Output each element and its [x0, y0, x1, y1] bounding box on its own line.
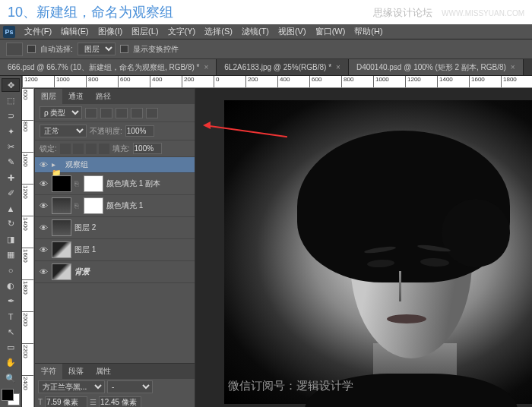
fill-input[interactable] [133, 143, 162, 154]
visibility-icon[interactable]: 👁 [38, 223, 49, 232]
filter-pixel-icon[interactable] [85, 108, 97, 118]
close-icon[interactable]: × [511, 63, 515, 71]
lock-all-icon[interactable] [99, 144, 109, 154]
main-workspace: ✥ ⬚ ⊃ ✦ ✂ ✎ ✚ ✐ ▲ ↻ ◨ ▦ ○ ◐ ✒ T ↖ ▭ ✋ 🔍 … [0, 76, 532, 407]
visibility-icon[interactable]: 👁 [38, 245, 49, 254]
fill-label: 填充: [112, 144, 130, 154]
horizontal-ruler: 1200100080060040020002004006008001000120… [22, 76, 532, 88]
paths-tab[interactable]: 路径 [90, 89, 117, 104]
tutorial-title-bar: 10、新建组，命名为观察组 思缘设计论坛 WWW.MISSYUAN.COM [0, 0, 532, 24]
fg-color-swatch[interactable] [2, 389, 14, 401]
type-tool[interactable]: T [2, 310, 20, 323]
marquee-tool[interactable]: ⬚ [2, 93, 20, 107]
filter-smart-icon[interactable] [146, 108, 158, 118]
menu-filter[interactable]: 滤镜(T) [237, 24, 274, 39]
menu-edit[interactable]: 编辑(E) [56, 24, 93, 39]
layers-panel: 图层 通道 路径 ρ 类型 正常 不透明度: [34, 88, 195, 393]
font-style-select[interactable]: - [107, 380, 153, 393]
move-tool-preset-icon[interactable] [6, 43, 23, 56]
vertical-ruler: 60080010001200140016001800200022002400 [22, 88, 34, 407]
menu-type[interactable]: 文字(Y) [163, 24, 201, 39]
properties-tab[interactable]: 属性 [90, 364, 117, 379]
link-icon: ⎘ [74, 202, 81, 210]
lock-position-icon[interactable] [86, 144, 97, 154]
wand-tool[interactable]: ✦ [2, 125, 20, 138]
layer-filter-type[interactable]: ρ 类型 [40, 106, 82, 119]
layer-1[interactable]: 👁 图层 1 [35, 239, 195, 261]
layer-colorfill-copy[interactable]: 👁 ⎘ 颜色填充 1 副本 [35, 173, 195, 195]
dodge-tool[interactable]: ◐ [2, 279, 20, 292]
layer-thumb [52, 175, 71, 192]
opacity-input[interactable] [125, 125, 154, 137]
lock-transparency-icon[interactable] [60, 144, 71, 154]
menu-help[interactable]: 帮助(H) [350, 24, 387, 39]
filter-type-icon[interactable] [116, 108, 128, 118]
layer-group-observe[interactable]: 👁 ▸📁 观察组 [35, 157, 195, 173]
auto-select-checkbox[interactable] [27, 45, 36, 53]
options-bar: 自动选择: 图层 显示变换控件 [0, 39, 532, 59]
path-tool[interactable]: ↖ [2, 325, 20, 339]
show-transform-label: 显示变换控件 [133, 44, 179, 55]
leading-icon: ☰ [90, 398, 97, 406]
hand-tool[interactable]: ✋ [2, 356, 20, 370]
pen-tool[interactable]: ✒ [2, 294, 20, 308]
menu-file[interactable]: 文件(F) [20, 24, 56, 39]
brush-tool[interactable]: ✐ [2, 186, 20, 200]
move-tool[interactable]: ✥ [2, 78, 20, 92]
layers-tab[interactable]: 图层 [35, 89, 62, 104]
layer-list: 👁 ▸📁 观察组 👁 ⎘ 颜色填充 1 副本 👁 [35, 157, 195, 283]
folder-icon: ▸📁 [52, 160, 62, 169]
doc-tab-3[interactable]: D400140.psd @ 100% (矩形 2 副本, RGB/8)× [349, 59, 524, 75]
canvas[interactable]: 图层 通道 路径 ρ 类型 正常 不透明度: [34, 88, 532, 407]
visibility-icon[interactable]: 👁 [38, 179, 49, 188]
auto-select-target[interactable]: 图层 [78, 43, 116, 55]
channels-tab[interactable]: 通道 [62, 89, 90, 104]
filter-shape-icon[interactable] [131, 108, 143, 118]
menu-window[interactable]: 窗口(W) [311, 24, 350, 39]
lock-pixels-icon[interactable] [73, 144, 84, 154]
auto-select-label: 自动选择: [40, 44, 73, 55]
layer-thumb [52, 241, 71, 258]
annotation-arrow [204, 125, 288, 126]
layer-2[interactable]: 👁 图层 2 [35, 217, 195, 239]
menu-select[interactable]: 选择(S) [200, 24, 237, 39]
visibility-icon[interactable]: 👁 [38, 160, 49, 169]
visibility-icon[interactable]: 👁 [38, 201, 49, 210]
doc-tab-1[interactable]: 666.psd @ 66.7% (10、新建组，命名为观察组, RGB/8) *… [0, 59, 217, 75]
menu-view[interactable]: 视图(V) [274, 24, 311, 39]
link-icon: ⎘ [74, 180, 81, 188]
history-brush-tool[interactable]: ↻ [2, 217, 20, 231]
layer-colorfill-1[interactable]: 👁 ⎘ 颜色填充 1 [35, 195, 195, 217]
font-family-select[interactable]: 方正兰亭黑... [38, 380, 105, 393]
lock-label: 锁定: [40, 144, 57, 154]
crop-tool[interactable]: ✂ [2, 140, 20, 153]
blend-mode-select[interactable]: 正常 [40, 125, 87, 137]
healing-tool[interactable]: ✚ [2, 171, 20, 185]
stamp-tool[interactable]: ▲ [2, 202, 20, 216]
visibility-icon[interactable]: 👁 [38, 267, 49, 276]
gradient-tool[interactable]: ▦ [2, 248, 20, 261]
doc-tab-2[interactable]: 6L2A6183.jpg @ 25%(RGB/8) *× [217, 59, 349, 75]
eraser-tool[interactable]: ◨ [2, 232, 20, 246]
zoom-tool[interactable]: 🔍 [2, 371, 20, 385]
font-size-input[interactable] [45, 396, 87, 407]
leading-input[interactable] [99, 396, 141, 407]
close-icon[interactable]: × [336, 63, 340, 71]
close-icon[interactable]: × [204, 63, 208, 71]
filter-adjust-icon[interactable] [100, 108, 112, 118]
character-tab[interactable]: 字符 [35, 364, 62, 379]
shape-tool[interactable]: ▭ [2, 340, 20, 354]
blur-tool[interactable]: ○ [2, 263, 20, 277]
layer-thumb [52, 219, 71, 236]
color-swatches[interactable] [2, 389, 20, 405]
font-size-icon: T [38, 398, 43, 406]
show-transform-checkbox[interactable] [120, 45, 128, 53]
paragraph-tab[interactable]: 段落 [62, 364, 90, 379]
menu-image[interactable]: 图像(I) [93, 24, 127, 39]
eyedropper-tool[interactable]: ✎ [2, 156, 20, 169]
toolbox: ✥ ⬚ ⊃ ✦ ✂ ✎ ✚ ✐ ▲ ↻ ◨ ▦ ○ ◐ ✒ T ↖ ▭ ✋ 🔍 [0, 76, 22, 407]
layer-background[interactable]: 👁 背景 [35, 261, 195, 283]
menu-layer[interactable]: 图层(L) [127, 24, 163, 39]
character-panel: 字符 段落 属性 方正兰亭黑... - T ☰ [34, 363, 195, 407]
lasso-tool[interactable]: ⊃ [2, 109, 20, 123]
